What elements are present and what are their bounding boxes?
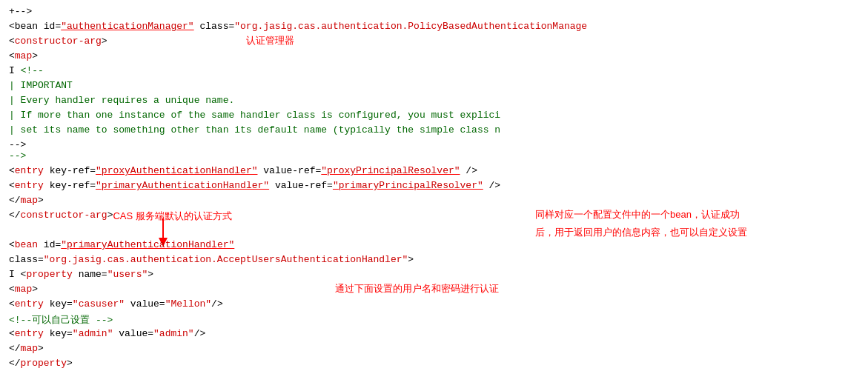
code-line-8: | If more than one instance of the same … <box>9 110 859 124</box>
line-text: | If more than one instance of the same … <box>9 110 500 121</box>
code-line-22: <entry key="admin" value="admin"/> <box>9 328 859 343</box>
code-line-11: <entry key-ref="proxyAuthenticationHandl… <box>9 165 859 180</box>
line-text: <entry key-ref="primaryAuthenticationHan… <box>9 180 500 191</box>
line-text: | IMPORTANT <box>9 80 73 91</box>
code-line-18: I <property name="users"> <box>9 269 859 284</box>
line-text: <map> <box>9 284 38 295</box>
code-line-23: </map> <box>9 343 859 358</box>
line-text: I <property name="users"> <box>9 269 153 280</box>
code-line-19: <map> 通过下面设置的用户名和密码进行认证 <box>9 284 859 298</box>
code-line-15 <box>9 224 859 239</box>
line-text: <map> <box>9 50 38 61</box>
code-line-16: <bean id="primaryAuthenticationHandler" <box>9 239 859 254</box>
line-text: <!--可以自己设置 --> <box>9 313 113 327</box>
code-line-21: <!--可以自己设置 --> <box>9 313 859 328</box>
code-line-24: </property> <box>9 358 859 371</box>
code-line-3: <constructor-arg> 认证管理器 <box>9 36 859 50</box>
code-line-4: <map> <box>9 50 859 65</box>
line-text: | set its name to something other than i… <box>9 124 500 136</box>
code-line-20: <entry key="casuser" value="Mellon"/> <box>9 298 859 313</box>
line-text: +--> <box>9 6 32 17</box>
line-text: </map> <box>9 343 44 354</box>
code-line-12: <entry key-ref="primaryAuthenticationHan… <box>9 180 859 195</box>
line-text: --> <box>9 150 26 161</box>
line-text: </property> <box>9 358 73 369</box>
line-text: | Every handler requires a unique name. <box>9 95 234 106</box>
line-text: <bean id="authenticationManager" class="… <box>9 21 587 32</box>
annotation-tongGuo: 通过下面设置的用户名和密码进行认证 <box>335 282 499 295</box>
annotation-right-note: 同样对应一个配置文件中的一个bean，认证成功 <box>535 208 740 221</box>
line-text: <entry key="casuser" value="Mellon"/> <box>9 298 223 310</box>
code-line-13: </map> <box>9 195 859 210</box>
line-text: <bean id="primaryAuthenticationHandler" <box>9 239 234 250</box>
code-line-17: class="org.jasig.cas.authentication.Acce… <box>9 254 859 269</box>
code-line-1: +--> <box>9 6 859 21</box>
annotation-renzhen-manager: 认证管理器 <box>246 34 294 47</box>
code-line-9: | set its name to something other than i… <box>9 124 859 139</box>
code-line-5: I <!-- <box>9 65 859 80</box>
line-text: </constructor-arg> <box>9 210 113 221</box>
code-line-2: <bean id="authenticationManager" class="… <box>9 21 859 36</box>
line-text: <entry key-ref="proxyAuthenticationHandl… <box>9 165 477 176</box>
code-line-7: | Every handler requires a unique name. <box>9 95 859 110</box>
line-text: <constructor-arg> <box>9 36 107 47</box>
code-line-10: --> <box>9 150 859 165</box>
line-text: I <!-- <box>9 65 44 76</box>
line-text: <entry key="admin" value="admin"/> <box>9 328 205 339</box>
code-line-6: | IMPORTANT <box>9 80 859 95</box>
line-text: class="org.jasig.cas.authentication.Acce… <box>9 254 414 265</box>
code-block: +--> <bean id="authenticationManager" cl… <box>9 6 859 371</box>
code-line-14: </constructor-arg> CAS 服务端默认的认证方式 同样对应一个… <box>9 210 859 224</box>
line-text: </map> <box>9 195 44 206</box>
